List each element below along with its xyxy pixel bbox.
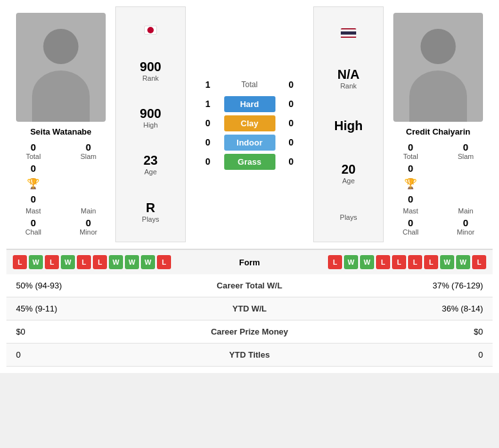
player1-rank-block: 900 Rank [140,60,161,82]
total-row: 1 Total 0 [192,79,307,90]
form-badge-w: W [61,255,75,269]
form-badge-l: L [77,255,91,269]
player2-minor-label: Minor [457,228,475,236]
clay-row: 0 Clay 0 [192,115,307,131]
player1-high-block: 900 High [140,106,161,129]
player1-age-block: 23 Age [143,153,158,176]
player2-plays-label: Plays [340,213,357,221]
player1-mast-value: 0 [31,163,36,174]
titles-label: YTD Titles [174,344,325,367]
form-badge-l: L [424,255,438,269]
p1-clay-score: 0 [202,118,215,128]
form-badge-w: W [109,255,123,269]
player1-trophy-icon: 🏆 [27,178,40,190]
player2-total-value: 0 [408,142,413,153]
player2-mast-label: Mast [403,207,418,215]
player2-avatar [393,13,483,122]
form-badge-l: L [328,255,342,269]
form-badge-w: W [456,255,470,269]
player1-card: Seita Watanabe 0 Total 0 Slam 0 🏆 0 Mast [6,6,115,242]
player2-form: LWWLLLLWWL [328,255,486,269]
grass-row: 0 Grass 0 [192,154,307,170]
player1-age-label: Age [143,168,158,176]
player1-main-label: Main [81,207,96,215]
form-badge-w: W [440,255,454,269]
form-badge-w: W [344,255,358,269]
p2-clay-score: 0 [285,118,298,128]
player1-main-value: 0 [31,194,36,204]
player1-minor-label: Minor [79,228,97,236]
player2-rank-panel: N/A Rank High 20 Age Plays [313,6,384,242]
player2-trophy-icon: 🏆 [404,178,417,190]
career-total-label: Career Total W/L [174,274,325,297]
court-panel: 1 Total 0 1 Hard 0 0 Clay 0 0 [186,6,313,242]
p1-total-score: 1 [202,79,215,90]
player2-total-label: Total [403,153,418,160]
player1-chall-value: 0 [31,217,36,228]
player1-high-number: 900 [140,106,161,121]
p2-grass-score: 0 [285,156,298,167]
career-stats-table: 50% (94-93) Career Total W/L 37% (76-129… [6,274,493,367]
player2-stats: 0 Total 0 Slam 0 🏆 0 Mast Main [387,142,489,236]
player1-stats: 0 Total 0 Slam 0 🏆 0 Mast Main [10,142,112,236]
player1-name: Seita Watanabe [30,127,92,137]
indoor-row: 0 Indoor 0 [192,135,307,151]
hard-badge: Hard [224,96,275,112]
player1-plays-block: R Plays [142,201,160,223]
p2-titles: 0 [325,344,493,367]
form-badge-l: L [13,255,27,269]
form-badge-l: L [472,255,486,269]
player2-slam-value: 0 [463,142,468,153]
player1-plays-label: Plays [142,215,160,223]
ytd-wl-label: YTD W/L [174,297,325,320]
p1-career-total: 50% (94-93) [6,274,174,297]
form-label: Form [177,258,322,267]
p2-hard-score: 0 [285,99,298,109]
p1-grass-score: 0 [202,156,215,167]
total-label: Total [224,80,275,89]
player2-mast-value: 0 [408,163,413,174]
player2-age-number: 20 [341,162,356,177]
player2-rank-label: Rank [338,82,359,90]
player2-name: Credit Chaiyarin [406,127,470,137]
p1-hard-score: 1 [202,99,215,109]
form-badge-l: L [376,255,390,269]
player1-plays-number: R [142,201,160,215]
player2-age-label: Age [341,177,356,185]
player1-mast-label: Mast [26,207,41,215]
p2-career-total: 37% (76-129) [325,274,493,297]
p1-ytd-wl: 45% (9-11) [6,297,174,320]
player1-chall-label: Chall [25,228,41,236]
player1-age-number: 23 [143,153,158,168]
player1-rank-panel: 900 Rank 900 High 23 Age R Plays [115,6,186,242]
form-badge-w: W [360,255,374,269]
titles-row: 0 YTD Titles 0 [6,344,493,367]
player2-flag [341,28,356,38]
p2-ytd-wl: 36% (8-14) [325,297,493,320]
player1-total-value: 0 [31,142,36,153]
career-total-row: 50% (94-93) Career Total W/L 37% (76-129… [6,274,493,297]
player2-high-block: High [334,119,363,133]
clay-badge: Clay [224,115,275,131]
form-badge-l: L [45,255,59,269]
prize-label: Career Prize Money [174,320,325,344]
form-badge-w: W [29,255,43,269]
player1-avatar [16,13,106,122]
player1-rank-number: 900 [140,60,161,74]
player1-flag [144,26,157,35]
ytd-wl-row: 45% (9-11) YTD W/L 36% (8-14) [6,297,493,320]
p1-indoor-score: 0 [202,137,215,147]
player2-rank-block: N/A Rank [338,67,359,90]
player2-card: Credit Chaiyarin 0 Total 0 Slam 0 🏆 0 Ma [384,6,493,242]
indoor-badge: Indoor [224,135,275,151]
player1-slam-label: Slam [80,153,96,160]
player2-plays-block: Plays [340,213,357,221]
hard-row: 1 Hard 0 [192,96,307,112]
p1-titles: 0 [6,344,174,367]
p2-total-score: 0 [285,79,298,90]
form-badge-w: W [141,255,155,269]
player2-main-value: 0 [408,194,413,204]
player2-chall-value: 0 [408,217,413,228]
player1-high-label: High [140,121,161,129]
form-badge-w: W [125,255,139,269]
